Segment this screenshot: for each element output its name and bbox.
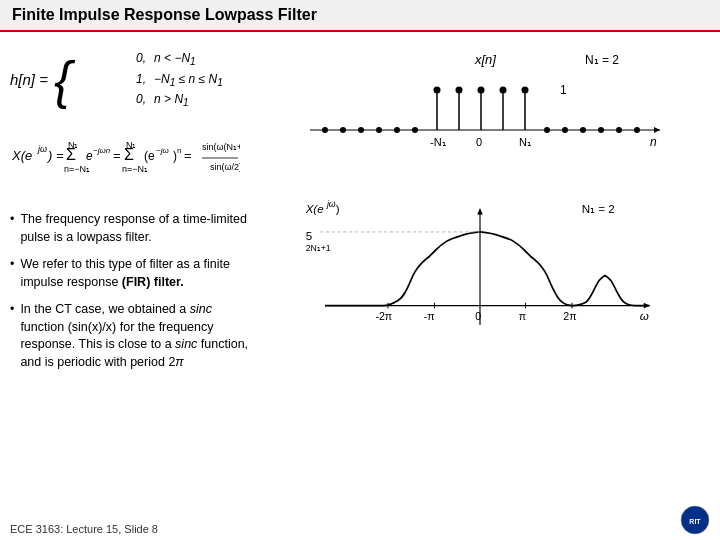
svg-text:=: = (113, 148, 121, 163)
svg-text:RIT: RIT (689, 518, 701, 525)
svg-point-25 (340, 127, 346, 133)
svg-marker-23 (654, 127, 660, 133)
svg-text:X(e: X(e (11, 148, 32, 163)
svg-text:jω: jω (37, 144, 47, 154)
freq-svg: X(e jω ) N₁ = 2 5 2N₁+1 (290, 199, 670, 354)
svg-text:0: 0 (475, 310, 481, 322)
bullet-1: • The frequency response of a time-limit… (10, 211, 250, 246)
svg-text:jω: jω (326, 199, 336, 209)
svg-point-27 (376, 127, 382, 133)
footer: ECE 3163: Lecture 15, Slide 8 (10, 523, 158, 535)
svg-text:sin(ω(N₁+1/2)): sin(ω(N₁+1/2)) (202, 142, 240, 152)
xn-svg: x[n] N₁ = 2 (290, 50, 670, 190)
svg-text:sin(ω/2): sin(ω/2) (210, 162, 240, 172)
svg-text:π: π (519, 310, 526, 322)
svg-text:ω: ω (640, 309, 649, 322)
svg-text:-2π: -2π (375, 310, 392, 322)
svg-text:−jωn: −jωn (93, 146, 111, 155)
svg-point-41 (562, 127, 568, 133)
svg-marker-60 (477, 209, 483, 215)
svg-point-44 (616, 127, 622, 133)
svg-point-33 (456, 87, 463, 94)
logo-svg: RIT (680, 505, 710, 535)
footer-text: ECE 3163: Lecture 15, Slide 8 (10, 523, 158, 535)
slide-title: Finite Impulse Response Lowpass Filter (0, 0, 720, 32)
svg-text:N₁ = 2: N₁ = 2 (582, 202, 615, 215)
bullet-text-1: The frequency response of a time-limited… (20, 211, 250, 246)
svg-text:−jω: −jω (156, 146, 169, 155)
svg-point-24 (322, 127, 328, 133)
bullet-dot-2: • (10, 256, 14, 291)
svg-text:N₁: N₁ (519, 136, 531, 148)
svg-text:n: n (177, 146, 181, 155)
svg-point-37 (500, 87, 507, 94)
xn-plot: x[n] N₁ = 2 (290, 50, 670, 190)
svg-text:): ) (336, 202, 340, 215)
formula-lhs: h[n] = (10, 71, 48, 88)
brace-icon: { (54, 54, 71, 106)
logo-icon: RIT (680, 505, 710, 535)
bullet-dot-3: • (10, 301, 14, 371)
svg-text:X(e: X(e (305, 202, 325, 215)
svg-text:-N₁: -N₁ (430, 136, 446, 148)
svg-text:1: 1 (560, 83, 567, 97)
svg-text:n=−N₁: n=−N₁ (122, 164, 148, 174)
svg-text:2π: 2π (563, 310, 576, 322)
svg-text:Σ: Σ (66, 146, 76, 163)
bullet-dot-1: • (10, 211, 14, 246)
svg-point-45 (634, 127, 640, 133)
svg-point-31 (434, 87, 441, 94)
svg-text:Σ: Σ (124, 146, 134, 163)
svg-point-28 (394, 127, 400, 133)
svg-text:-π: -π (424, 310, 435, 322)
svg-point-26 (358, 127, 364, 133)
svg-text:5: 5 (306, 229, 312, 242)
svg-point-43 (598, 127, 604, 133)
svg-point-42 (580, 127, 586, 133)
svg-text:n=−N₁: n=−N₁ (64, 164, 90, 174)
formula-cases: 0, n < −N1 1, −N1 ≤ n ≤ N1 0, n > N1 (77, 51, 222, 108)
fourier-formula-svg: X(e jω ) = N₁ Σ n=−N₁ e −jωn = N₁ Σ n=−N… (10, 130, 240, 190)
freq-plot: X(e jω ) N₁ = 2 5 2N₁+1 (290, 199, 670, 354)
right-panel: x[n] N₁ = 2 (250, 40, 710, 528)
svg-point-40 (544, 127, 550, 133)
piecewise-formula: h[n] = { 0, n < −N1 1, −N1 ≤ n ≤ N1 0, n… (10, 40, 230, 120)
bullet-3: • In the CT case, we obtained a sinc fun… (10, 301, 250, 371)
svg-point-35 (478, 87, 485, 94)
svg-text:0: 0 (476, 136, 482, 148)
svg-point-29 (412, 127, 418, 133)
left-panel: h[n] = { 0, n < −N1 1, −N1 ≤ n ≤ N1 0, n… (10, 40, 250, 528)
svg-text:N₁ = 2: N₁ = 2 (585, 53, 619, 67)
bullet-text-2: We refer to this type of filter as a fin… (20, 256, 250, 291)
svg-text:=: = (184, 148, 192, 163)
svg-text:2N₁+1: 2N₁+1 (306, 243, 331, 253)
bullet-list: • The frequency response of a time-limit… (10, 211, 250, 371)
title-text: Finite Impulse Response Lowpass Filter (12, 6, 317, 23)
svg-text:) =: ) = (46, 148, 64, 163)
fourier-formula-container: X(e jω ) = N₁ Σ n=−N₁ e −jωn = N₁ Σ n=−N… (10, 130, 250, 193)
svg-text:x[n]: x[n] (474, 52, 496, 67)
svg-text:(e: (e (144, 149, 155, 163)
svg-point-39 (522, 87, 529, 94)
bullet-2: • We refer to this type of filter as a f… (10, 256, 250, 291)
svg-text:n: n (650, 135, 657, 149)
bullet-text-3: In the CT case, we obtained a sinc funct… (20, 301, 250, 371)
svg-text:e: e (86, 149, 93, 163)
